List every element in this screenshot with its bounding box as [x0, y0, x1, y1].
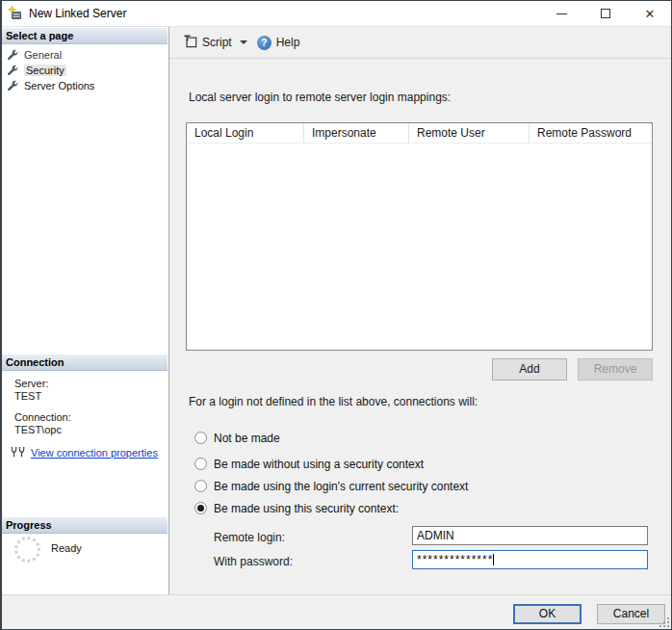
server-label: Server: — [14, 378, 48, 389]
minimize-icon — [556, 13, 567, 14]
security-page-content: Local server login to remote server logi… — [169, 59, 672, 594]
radio-not-be-made[interactable]: Not be made — [194, 431, 280, 445]
select-a-page-header: Select a page — [2, 28, 168, 44]
with-password-label: With password: — [214, 555, 293, 568]
with-password-input[interactable]: ************** — [412, 550, 648, 569]
sidebar: Select a page General Security Server Op… — [1, 27, 169, 594]
view-connection-properties-link[interactable]: View connection properties — [31, 447, 158, 459]
window-title: New Linked Server — [29, 0, 126, 27]
sidebar-item-server-options[interactable]: Server Options — [7, 78, 94, 93]
remote-login-value: ADMIN — [417, 529, 454, 542]
sidebar-item-security[interactable]: Security — [7, 63, 66, 78]
radio-icon[interactable] — [194, 432, 207, 444]
column-header-remote-user[interactable]: Remote User — [409, 123, 530, 144]
add-button[interactable]: Add — [492, 358, 567, 381]
progress-status: Ready — [51, 542, 82, 554]
script-button[interactable]: Script — [179, 32, 252, 54]
server-value: TEST — [14, 390, 41, 402]
sidebar-item-label: General — [24, 49, 62, 61]
resize-grip[interactable] — [659, 617, 669, 627]
view-connection-properties-row: View connection properties — [11, 445, 158, 460]
maximize-icon — [601, 9, 610, 18]
radio-this-security-context[interactable]: Be made using this security context: — [194, 501, 399, 515]
mappings-label: Local server login to remote server logi… — [189, 91, 451, 104]
fallback-connections-label: For a login not defined in the list abov… — [189, 395, 478, 408]
connection-properties-icon — [11, 445, 26, 460]
radio-without-security-context[interactable]: Be made without using a security context — [194, 457, 424, 471]
column-header-impersonate[interactable]: Impersonate — [304, 123, 409, 144]
sidebar-item-label: Server Options — [24, 80, 94, 92]
close-icon: ✕ — [645, 8, 656, 20]
progress-section-header: Progress — [2, 517, 168, 534]
help-label: Help — [276, 36, 300, 49]
title-bar[interactable]: New Linked Server ✕ — [0, 0, 672, 27]
toolbar: Script ? Help — [169, 27, 672, 59]
login-mappings-table: Local Login Impersonate Remote User Remo… — [186, 122, 653, 351]
connection-value: TEST\opc — [14, 424, 62, 435]
login-mappings-table-body[interactable] — [187, 144, 652, 350]
connection-section-header: Connection — [2, 354, 168, 371]
radio-icon[interactable] — [194, 480, 207, 492]
footer-bar: OK Cancel — [0, 594, 672, 630]
remote-login-label: Remote login: — [214, 531, 285, 544]
radio-selected-icon[interactable] — [194, 502, 207, 514]
progress-spinner-icon — [14, 537, 40, 563]
cancel-button[interactable]: Cancel — [597, 604, 665, 624]
column-header-remote-password[interactable]: Remote Password — [530, 123, 652, 144]
radio-current-security-context[interactable]: Be made using the login's current securi… — [194, 479, 468, 493]
remove-button: Remove — [578, 358, 653, 381]
sidebar-item-general[interactable]: General — [7, 47, 62, 63]
help-button[interactable]: ? Help — [252, 33, 305, 53]
script-label: Script — [202, 36, 232, 49]
chevron-down-icon — [240, 40, 247, 44]
help-icon: ? — [257, 36, 271, 50]
text-cursor — [493, 554, 494, 565]
wrench-icon — [7, 65, 18, 76]
radio-icon[interactable] — [194, 458, 207, 470]
ok-button[interactable]: OK — [513, 604, 582, 624]
connection-label: Connection: — [14, 411, 71, 423]
remote-login-input[interactable]: ADMIN — [412, 526, 648, 545]
column-header-local-login[interactable]: Local Login — [187, 123, 304, 144]
password-masked-value: ************** — [417, 553, 493, 566]
wrench-icon — [7, 49, 18, 61]
new-linked-server-icon — [8, 6, 23, 21]
new-linked-server-dialog: New Linked Server ✕ Select a page Genera… — [0, 0, 672, 630]
maximize-button[interactable] — [583, 0, 628, 27]
minimize-button[interactable] — [539, 0, 583, 27]
sidebar-item-label: Security — [24, 65, 66, 76]
table-header-row: Local Login Impersonate Remote User Remo… — [187, 123, 652, 144]
script-icon — [184, 35, 197, 51]
close-button[interactable]: ✕ — [628, 0, 672, 27]
wrench-icon — [7, 80, 18, 92]
